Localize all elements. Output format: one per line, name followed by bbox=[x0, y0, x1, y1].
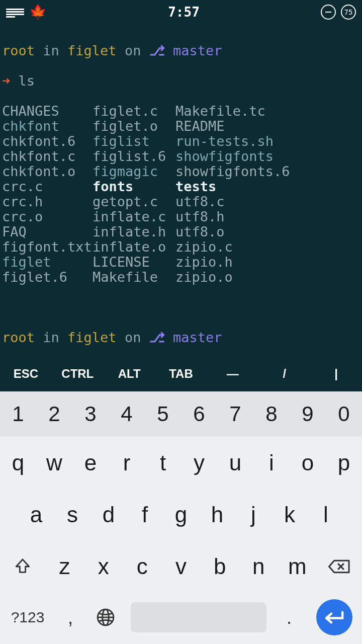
comma-key[interactable]: , bbox=[55, 607, 85, 628]
ls-entry: figlet.6 bbox=[2, 270, 93, 285]
ls-entry: FAQ bbox=[2, 224, 93, 239]
ls-entry: fonts bbox=[93, 179, 175, 194]
key-4[interactable]: 4 bbox=[109, 391, 145, 437]
key-6[interactable]: 6 bbox=[181, 391, 217, 437]
key-v[interactable]: v bbox=[161, 554, 200, 579]
shift-key[interactable] bbox=[0, 558, 45, 575]
ls-entry: zipio.c bbox=[175, 239, 290, 255]
ls-entry: utf8.h bbox=[175, 209, 290, 224]
key-r[interactable]: r bbox=[109, 450, 145, 475]
ls-entry: figlet.o bbox=[93, 119, 175, 134]
key-f[interactable]: f bbox=[127, 502, 163, 527]
key-b[interactable]: b bbox=[201, 554, 239, 579]
key-7[interactable]: 7 bbox=[217, 391, 253, 437]
key-a[interactable]: a bbox=[18, 502, 54, 527]
key-m[interactable]: m bbox=[278, 554, 317, 579]
key-s[interactable]: s bbox=[54, 502, 90, 527]
key-3[interactable]: 3 bbox=[72, 391, 109, 437]
ls-entry: zipio.o bbox=[175, 270, 290, 285]
number-row: 1234567890 bbox=[0, 391, 362, 437]
key-x[interactable]: x bbox=[84, 554, 123, 579]
ls-entry: run-tests.sh bbox=[175, 134, 290, 149]
ls-entry: figlet bbox=[2, 255, 93, 270]
ls-entry: crc.h bbox=[2, 194, 93, 209]
ls-entry: figfont.txt bbox=[2, 239, 93, 255]
key-u[interactable]: u bbox=[217, 450, 253, 475]
key-k[interactable]: k bbox=[272, 502, 308, 527]
key-0[interactable]: 0 bbox=[326, 391, 362, 437]
key-l[interactable]: l bbox=[308, 502, 344, 527]
key-p[interactable]: p bbox=[326, 450, 362, 475]
ls-entry: CHANGES bbox=[2, 104, 93, 119]
ls-entry: inflate.o bbox=[93, 239, 175, 255]
key-9[interactable]: 9 bbox=[290, 391, 326, 437]
key-q[interactable]: q bbox=[0, 450, 36, 475]
extra-key-tab[interactable]: TAB bbox=[155, 367, 207, 381]
ls-entry: chkfont.6 bbox=[2, 134, 93, 149]
key-1[interactable]: 1 bbox=[0, 391, 36, 437]
bottom-row: ?123 , . bbox=[0, 592, 362, 642]
ls-entry: inflate.c bbox=[93, 209, 175, 224]
key-j[interactable]: j bbox=[235, 502, 272, 527]
ls-entry: utf8.c bbox=[175, 194, 290, 209]
language-key[interactable] bbox=[85, 608, 126, 627]
ls-entry: LICENSE bbox=[93, 255, 175, 270]
ls-entry: showfigfonts.6 bbox=[175, 164, 290, 179]
ls-entry: zipio.h bbox=[175, 255, 290, 270]
symbols-key[interactable]: ?123 bbox=[0, 609, 55, 626]
ls-entry: crc.c bbox=[2, 179, 93, 194]
space-key[interactable] bbox=[126, 602, 272, 632]
extra-key-/[interactable]: / bbox=[258, 367, 310, 381]
ls-entry: figlet.c bbox=[93, 104, 175, 119]
command-line: ➜ ls bbox=[2, 73, 360, 89]
key-h[interactable]: h bbox=[199, 502, 235, 527]
ls-entry: README bbox=[175, 119, 290, 134]
extra-key-esc[interactable]: ESC bbox=[0, 367, 52, 381]
extra-key-alt[interactable]: ALT bbox=[104, 367, 155, 381]
dnd-icon bbox=[321, 5, 336, 20]
ls-entry: figlist.6 bbox=[93, 149, 175, 164]
ls-entry: Makefile.tc bbox=[175, 104, 290, 119]
extra-key-—[interactable]: — bbox=[207, 367, 258, 381]
ls-entry: chkfont.c bbox=[2, 149, 93, 164]
prompt-line: root in figlet on ⎇ master bbox=[2, 43, 360, 58]
key-w[interactable]: w bbox=[36, 450, 72, 475]
extra-key-|[interactable]: | bbox=[310, 367, 362, 381]
prompt-arrow-icon: ➜ bbox=[2, 73, 10, 89]
prompt-line: root in figlet on ⎇ master bbox=[2, 330, 360, 345]
keyboard-indicator-icon bbox=[6, 9, 24, 18]
period-key[interactable]: . bbox=[272, 607, 307, 628]
ls-entry: showfigfonts bbox=[175, 149, 290, 164]
backspace-icon bbox=[328, 558, 350, 575]
clock: 7:57 bbox=[168, 5, 200, 20]
soft-keyboard: 1234567890 qwertyuiop asdfghjkl zxcvbnm … bbox=[0, 391, 362, 644]
key-5[interactable]: 5 bbox=[145, 391, 181, 437]
ls-entry: chkfont.o bbox=[2, 164, 93, 179]
key-o[interactable]: o bbox=[290, 450, 326, 475]
key-8[interactable]: 8 bbox=[253, 391, 290, 437]
key-i[interactable]: i bbox=[253, 450, 290, 475]
key-z[interactable]: z bbox=[45, 554, 84, 579]
backspace-key[interactable] bbox=[317, 558, 362, 575]
key-n[interactable]: n bbox=[239, 554, 278, 579]
key-y[interactable]: y bbox=[181, 450, 217, 475]
key-d[interactable]: d bbox=[90, 502, 127, 527]
key-e[interactable]: e bbox=[72, 450, 109, 475]
ls-entry: figlist bbox=[93, 134, 175, 149]
extra-key-ctrl[interactable]: CTRL bbox=[52, 367, 104, 381]
ls-entry: tests bbox=[175, 179, 290, 194]
git-branch-icon: ⎇ bbox=[149, 330, 165, 345]
enter-icon bbox=[323, 609, 345, 626]
key-t[interactable]: t bbox=[145, 450, 181, 475]
enter-key[interactable] bbox=[307, 599, 362, 635]
ls-entry: chkfont bbox=[2, 119, 93, 134]
status-bar: 🍁 7:57 75 bbox=[0, 0, 362, 24]
key-g[interactable]: g bbox=[163, 502, 199, 527]
ls-entry: figmagic bbox=[93, 164, 175, 179]
shift-icon bbox=[14, 558, 31, 575]
key-c[interactable]: c bbox=[123, 554, 161, 579]
key-2[interactable]: 2 bbox=[36, 391, 72, 437]
battery-icon: 75 bbox=[341, 5, 356, 20]
leaf-icon: 🍁 bbox=[29, 5, 47, 19]
ls-entry: crc.o bbox=[2, 209, 93, 224]
